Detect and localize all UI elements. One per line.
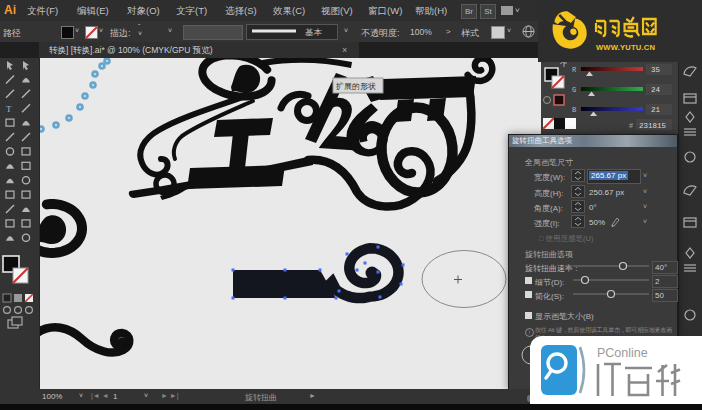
svg-text:扩展的形状: 扩展的形状 (335, 82, 376, 91)
svg-text:35: 35 (651, 66, 661, 74)
svg-text:G: G (572, 86, 576, 94)
svg-text:PConline: PConline (597, 346, 648, 360)
svg-text:231815: 231815 (639, 122, 667, 130)
svg-text:B: B (572, 106, 576, 114)
svg-text:WWW.YUTU.CN: WWW.YUTU.CN (596, 43, 655, 52)
svg-text:R: R (572, 66, 577, 74)
svg-text:21: 21 (651, 106, 661, 114)
svg-text:24: 24 (651, 86, 661, 94)
svg-text:T: T (6, 104, 12, 114)
svg-text:#: # (629, 122, 633, 130)
